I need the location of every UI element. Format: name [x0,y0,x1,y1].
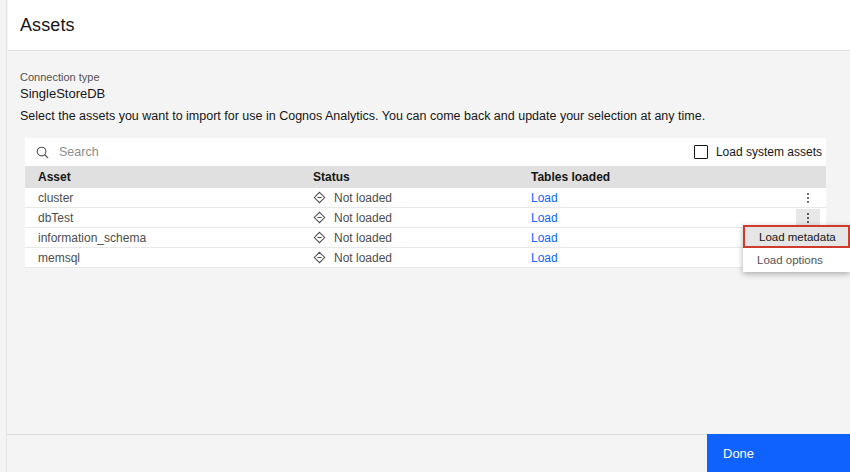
import-description: Select the assets you want to import for… [20,109,705,123]
asset-name: dbTest [38,211,313,225]
asset-name: memsql [38,251,313,265]
overflow-menu-icon[interactable] [796,209,820,227]
column-header-asset: Asset [38,170,313,184]
status-text: Not loaded [334,251,392,265]
table-toolbar: Load system assets [25,138,826,166]
load-system-assets-control: Load system assets [694,145,822,159]
connection-type-value: SingleStoreDB [20,86,105,101]
asset-name: information_schema [38,231,313,245]
not-loaded-diamond-icon [313,211,326,224]
load-system-assets-checkbox[interactable] [694,145,708,159]
menu-item-load-metadata[interactable]: Load metadata [743,225,850,248]
table-row: dbTest Not loaded Load [25,208,826,228]
not-loaded-diamond-icon [313,191,326,204]
row-context-menu: Load metadata Load options [743,225,850,272]
menu-item-load-options[interactable]: Load options [743,248,850,271]
assets-import-panel: Assets Connection type SingleStoreDB Sel… [0,0,850,472]
status-cell: Not loaded [313,191,531,205]
status-cell: Not loaded [313,211,531,225]
search-area [35,145,694,160]
status-cell: Not loaded [313,251,531,265]
not-loaded-diamond-icon [313,231,326,244]
table-header-row: Asset Status Tables loaded [25,166,826,188]
table-row: information_schema Not loaded Load [25,228,826,248]
panel-footer: Done [0,434,850,472]
table-row: memsql Not loaded Load [25,248,826,268]
load-link[interactable]: Load [531,191,790,205]
load-system-assets-label: Load system assets [716,145,822,159]
overflow-menu-icon[interactable] [796,189,820,207]
page-title: Assets [8,15,75,36]
done-button[interactable]: Done [707,434,850,472]
asset-name: cluster [38,191,313,205]
search-icon [35,145,50,160]
table-row: cluster Not loaded Load [25,188,826,208]
status-text: Not loaded [334,231,392,245]
connection-type-label: Connection type [20,71,100,83]
not-loaded-diamond-icon [313,251,326,264]
status-cell: Not loaded [313,231,531,245]
search-input[interactable] [59,145,359,159]
page-background-strip [0,0,7,472]
column-header-tables-loaded: Tables loaded [531,170,790,184]
panel-header: Assets [8,0,850,51]
assets-table: Load system assets Asset Status Tables l… [25,138,826,268]
status-text: Not loaded [334,211,392,225]
load-link[interactable]: Load [531,211,790,225]
column-header-status: Status [313,170,531,184]
status-text: Not loaded [334,191,392,205]
